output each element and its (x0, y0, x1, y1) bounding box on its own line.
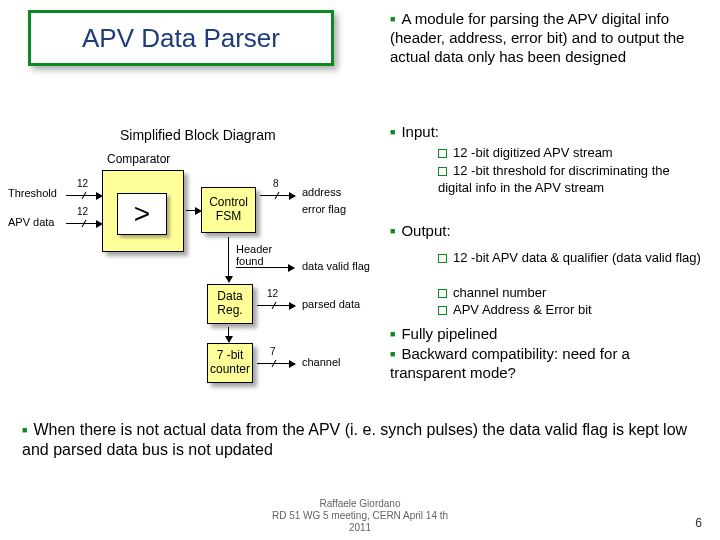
width-8: 8 (273, 178, 279, 189)
gt-symbol: > (134, 198, 150, 230)
label-apvdata: APV data (8, 216, 54, 228)
bullet-bottom-text: When there is not actual data from the A… (22, 421, 687, 458)
footer-author: Raffaele Giordano (0, 498, 720, 510)
slide-title: APV Data Parser (82, 23, 280, 54)
sig-channel: channel (302, 356, 341, 368)
page-number: 6 (695, 516, 702, 530)
sub-bullet-icon (438, 254, 447, 263)
arrow-data-valid (236, 267, 294, 268)
sub-input-1-text: 12 -bit digitized APV stream (453, 145, 613, 160)
footer-year: 2011 (0, 522, 720, 534)
bullet-input: ■Input: (390, 123, 439, 142)
sub-bullet-icon (438, 306, 447, 315)
label-threshold: Threshold (8, 187, 57, 199)
sub-output-1-text: 12 -bit APV data & qualifier (data valid… (453, 250, 701, 265)
counter-box: 7 -bit counter (207, 343, 253, 383)
label-comparator: Comparator (107, 152, 170, 166)
sub-output-2: channel number (438, 285, 703, 302)
sub-bullet-icon (438, 289, 447, 298)
bullet-module: ■A module for parsing the APV digital in… (390, 10, 705, 66)
bullet-icon: ■ (390, 226, 395, 237)
sub-bullet-icon (438, 167, 447, 176)
sig-errorflag: error flag (302, 203, 346, 215)
sub-input-2: 12 -bit threshold for discriminating the… (438, 163, 703, 197)
sig-address: address (302, 186, 341, 198)
footer-meeting: RD 51 WG 5 meeting, CERN April 14 th (0, 510, 720, 522)
bullet-module-text: A module for parsing the APV digital inf… (390, 10, 684, 65)
width-12b: 12 (77, 206, 88, 217)
bullet-icon: ■ (22, 425, 27, 436)
data-reg-label: Data Reg. (210, 290, 250, 318)
arrow-to-counter (228, 327, 229, 342)
sig-parsed: parsed data (302, 298, 360, 310)
gt-box: > (117, 193, 167, 235)
bullet-output: ■Output: (390, 222, 451, 241)
width-7: 7 (270, 346, 276, 357)
bullet-output-text: Output: (401, 222, 450, 239)
bullet-input-text: Input: (401, 123, 439, 140)
sub-output-1: 12 -bit APV data & qualifier (data valid… (438, 250, 703, 267)
subtitle: Simplified Block Diagram (120, 127, 276, 143)
arrow-comp-to-fsm (186, 210, 201, 211)
counter-label: 7 -bit counter (210, 349, 250, 377)
data-reg-box: Data Reg. (207, 284, 253, 324)
label-header-found: Header found (236, 243, 286, 267)
arrow-header-found (228, 237, 229, 282)
bullet-icon: ■ (390, 329, 395, 340)
sub-bullet-icon (438, 149, 447, 158)
bullet-icon: ■ (390, 349, 395, 360)
slide-title-box: APV Data Parser (28, 10, 334, 66)
sub-output-3: APV Address & Error bit (438, 302, 703, 319)
bullet-backward: ■Backward compatibility: need for a tran… (390, 345, 700, 383)
width-12a: 12 (77, 178, 88, 189)
bullet-pipelined-text: Fully pipelined (401, 325, 497, 342)
bullet-pipelined: ■Fully pipelined (390, 325, 497, 344)
bullet-bottom: ■When there is not actual data from the … (22, 420, 702, 460)
sub-output-3-text: APV Address & Error bit (453, 302, 592, 317)
arrow-datareg-out (257, 305, 295, 306)
footer: Raffaele Giordano RD 51 WG 5 meeting, CE… (0, 498, 720, 534)
sig-datavalid: data valid flag (302, 260, 370, 272)
arrow-counter-out (257, 363, 295, 364)
control-fsm-label: Control FSM (204, 196, 253, 224)
width-12c: 12 (267, 288, 278, 299)
sub-input-2-text: 12 -bit threshold for discriminating the… (438, 163, 670, 195)
bullet-backward-text: Backward compatibility: need for a trans… (390, 345, 630, 381)
control-fsm-box: Control FSM (201, 187, 256, 233)
bullet-icon: ■ (390, 14, 395, 25)
bullet-icon: ■ (390, 127, 395, 138)
sub-input-1: 12 -bit digitized APV stream (438, 145, 703, 162)
sub-output-2-text: channel number (453, 285, 546, 300)
